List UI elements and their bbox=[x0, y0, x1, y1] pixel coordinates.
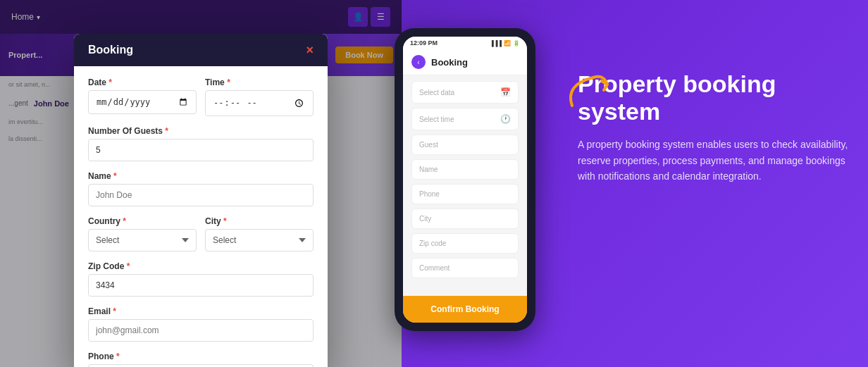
battery-icon: 🔋 bbox=[513, 40, 520, 46]
select-time-label: Select time bbox=[419, 116, 454, 123]
zip-label: Zip Code * bbox=[88, 261, 314, 271]
name-group: Name * bbox=[88, 171, 314, 206]
description-text: A property booking system enables users … bbox=[578, 137, 854, 184]
phone-field-select-data[interactable]: Select data 📅 bbox=[411, 81, 519, 104]
phone-field-comment[interactable]: Comment bbox=[411, 258, 519, 278]
phone-mockup: 12:09 PM ▐▐▐ 📶 🔋 ‹ Booking Select data 📅 bbox=[395, 28, 550, 352]
zip-field-label: Zip code bbox=[419, 240, 446, 247]
country-group: Country * Select bbox=[88, 216, 197, 251]
email-label: Email * bbox=[88, 306, 314, 316]
arrow-decoration bbox=[558, 63, 614, 123]
time-group: Time * bbox=[205, 77, 314, 116]
name-label: Name * bbox=[88, 171, 314, 181]
main-heading: Property booking system bbox=[578, 70, 854, 125]
modal-title: Booking bbox=[88, 44, 133, 56]
name-field-label: Name bbox=[419, 166, 438, 173]
modal-close-button[interactable]: × bbox=[306, 44, 314, 56]
phone-field-zip[interactable]: Zip code bbox=[411, 233, 519, 254]
country-city-row: Country * Select City * Select bbox=[88, 216, 314, 251]
right-text-section: Property booking system A property booki… bbox=[578, 70, 854, 184]
email-input[interactable] bbox=[88, 319, 314, 342]
country-select[interactable]: Select bbox=[88, 229, 197, 251]
phone-input[interactable] bbox=[88, 364, 314, 367]
city-group: City * Select bbox=[205, 216, 314, 251]
phone-field-city[interactable]: City bbox=[411, 209, 519, 229]
phone-group: Phone * bbox=[88, 352, 314, 367]
phone-page-title: Booking bbox=[431, 57, 468, 68]
guests-group: Number Of Guests * bbox=[88, 126, 314, 161]
phone-field-select-time[interactable]: Select time 🕐 bbox=[411, 108, 519, 130]
city-label: City * bbox=[205, 216, 314, 226]
confirm-booking-button[interactable]: Confirm Booking bbox=[403, 296, 527, 323]
city-field-label: City bbox=[419, 215, 431, 223]
signal-icon: ▐▐▐ bbox=[490, 40, 502, 46]
guest-label: Guest bbox=[419, 141, 438, 149]
country-label: Country * bbox=[88, 216, 197, 226]
wifi-icon: 📶 bbox=[504, 40, 511, 46]
date-label: Date * bbox=[88, 77, 197, 87]
comment-label: Comment bbox=[419, 264, 450, 272]
phone-back-button[interactable]: ‹ bbox=[411, 55, 426, 69]
phone-field-label: Phone bbox=[419, 190, 440, 198]
phone-form: Select data 📅 Select time 🕐 Guest Name P… bbox=[403, 75, 527, 296]
zip-group: Zip Code * bbox=[88, 261, 314, 297]
phone-field-guest[interactable]: Guest bbox=[411, 135, 519, 155]
email-group: Email * bbox=[88, 306, 314, 342]
phone-field-phone[interactable]: Phone bbox=[411, 184, 519, 204]
booking-modal: Booking × Date * Time * bbox=[74, 34, 328, 367]
date-input[interactable] bbox=[88, 90, 197, 114]
guests-input[interactable] bbox=[88, 139, 314, 161]
select-data-label: Select data bbox=[419, 89, 454, 97]
clock-icon: 🕐 bbox=[500, 114, 511, 124]
time-label: Time * bbox=[205, 77, 314, 87]
phone-screen: 12:09 PM ▐▐▐ 📶 🔋 ‹ Booking Select data 📅 bbox=[403, 37, 527, 323]
modal-overlay: Booking × Date * Time * bbox=[0, 0, 402, 367]
status-icons: ▐▐▐ 📶 🔋 bbox=[490, 40, 520, 46]
guests-label: Number Of Guests * bbox=[88, 126, 314, 136]
date-group: Date * bbox=[88, 77, 197, 116]
date-time-row: Date * Time * bbox=[88, 77, 314, 116]
phone-outer: 12:09 PM ▐▐▐ 📶 🔋 ‹ Booking Select data 📅 bbox=[395, 28, 535, 331]
city-select[interactable]: Select bbox=[205, 229, 314, 251]
status-time: 12:09 PM bbox=[410, 39, 438, 46]
modal-body: Date * Time * Number Of Guests * bbox=[74, 66, 328, 367]
phone-notch bbox=[444, 28, 486, 32]
zip-input[interactable] bbox=[88, 274, 314, 297]
phone-status-bar: 12:09 PM ▐▐▐ 📶 🔋 bbox=[403, 37, 527, 49]
time-input[interactable] bbox=[205, 90, 314, 116]
phone-label: Phone * bbox=[88, 352, 314, 361]
calendar-icon: 📅 bbox=[500, 87, 511, 97]
modal-header: Booking × bbox=[74, 34, 328, 66]
phone-field-name[interactable]: Name bbox=[411, 159, 519, 180]
left-preview: Home 👤 ☰ Propert... Book Now or sit amet… bbox=[0, 0, 402, 367]
name-input[interactable] bbox=[88, 184, 314, 206]
phone-header: ‹ Booking bbox=[403, 49, 527, 75]
